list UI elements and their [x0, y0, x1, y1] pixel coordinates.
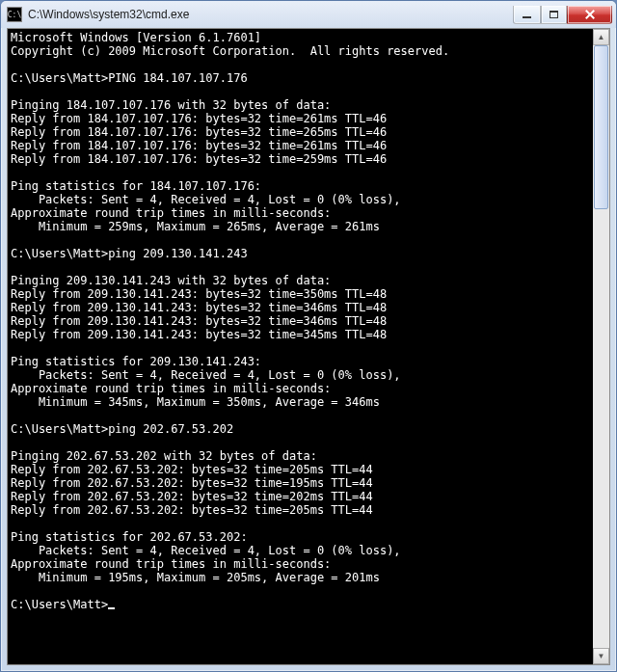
window-buttons — [513, 6, 612, 24]
scroll-up-button[interactable]: ▲ — [593, 29, 609, 45]
scroll-thumb[interactable] — [594, 45, 608, 209]
maximize-button[interactable] — [541, 6, 567, 24]
client-area: Microsoft Windows [Version 6.1.7601] Cop… — [7, 28, 610, 665]
console-output[interactable]: Microsoft Windows [Version 6.1.7601] Cop… — [8, 29, 593, 664]
vertical-scrollbar[interactable]: ▲ ▼ — [593, 29, 609, 664]
scroll-down-button[interactable]: ▼ — [593, 648, 609, 664]
titlebar[interactable]: C:\ C:\Windows\system32\cmd.exe — [1, 1, 616, 28]
window-title: C:\Windows\system32\cmd.exe — [28, 8, 513, 21]
minimize-button[interactable] — [513, 6, 541, 24]
cmd-window: C:\ C:\Windows\system32\cmd.exe Microsof… — [0, 0, 617, 672]
cursor — [108, 607, 115, 609]
close-button[interactable] — [567, 6, 612, 24]
minimize-icon — [523, 16, 531, 18]
cmd-icon: C:\ — [7, 7, 22, 22]
close-icon — [584, 9, 596, 20]
scroll-track[interactable] — [593, 45, 609, 648]
maximize-icon — [550, 11, 558, 18]
